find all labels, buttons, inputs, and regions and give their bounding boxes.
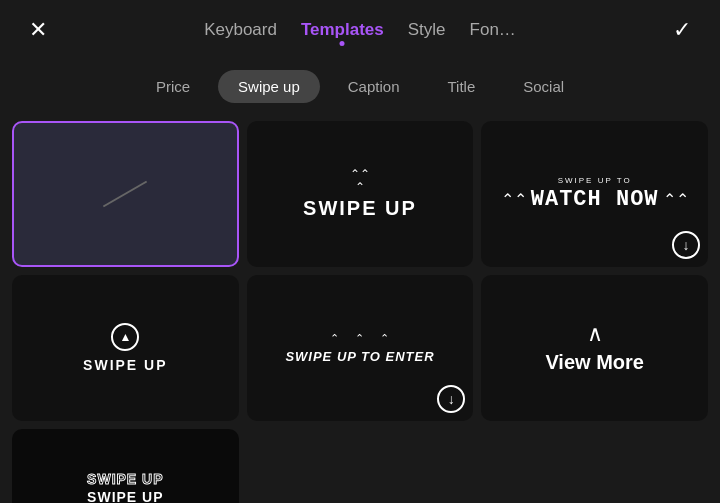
watch-now-main: ⌃⌃ WATCH NOW ⌃⌃ [501, 187, 689, 212]
view-more-label: View More [545, 351, 644, 374]
template-swipe-bold[interactable]: ⌃⌃ ⌃ SWIPE UP [247, 121, 474, 267]
watch-left-arrows: ⌃⌃ [501, 190, 527, 209]
tab-price[interactable]: Price [136, 70, 210, 103]
category-tabs: Price Swipe up Caption Title Social [0, 60, 720, 113]
download-badge[interactable]: ↓ [672, 231, 700, 259]
check-icon: ✓ [673, 17, 691, 43]
swipe-circle-label: SWIPE UP [83, 357, 167, 373]
nav-item-font[interactable]: Fon… [470, 20, 516, 40]
template-view-more[interactable]: ∧ View More [481, 275, 708, 421]
template-grid: ⌃⌃ ⌃ SWIPE UP SWIPE UP TO ⌃⌃ WATCH NOW ⌃… [0, 113, 720, 503]
close-button[interactable]: ✕ [20, 12, 56, 48]
stacked-line-1: SWIPE UP [87, 470, 163, 488]
nav-item-style[interactable]: Style [408, 20, 446, 40]
nav-item-templates[interactable]: Templates [301, 20, 384, 40]
template-empty[interactable] [12, 121, 239, 267]
watch-now-sub: SWIPE UP TO [558, 176, 632, 185]
close-icon: ✕ [29, 17, 47, 43]
tab-social[interactable]: Social [503, 70, 584, 103]
nav-item-keyboard[interactable]: Keyboard [204, 20, 277, 40]
watch-right-arrows: ⌃⌃ [663, 190, 689, 209]
swipe-enter-label: SWIPE UP TO ENTER [285, 349, 434, 364]
swipe-bold-label: SWIPE UP [303, 197, 417, 220]
template-swipe-stacked[interactable]: SWIPE UP SWIPE UP SWIPE UP TO BUY NOW [12, 429, 239, 503]
template-swipe-circle[interactable]: ▲ SWIPE UP [12, 275, 239, 421]
tab-swipe-up[interactable]: Swipe up [218, 70, 320, 103]
swipe-enter-download-badge[interactable]: ↓ [437, 385, 465, 413]
chevrons-icon: ⌃⌃ ⌃ [350, 168, 370, 193]
swipe-enter-arrows: ⌃ ⌃ ⌃ [330, 332, 389, 345]
empty-line [103, 181, 147, 208]
template-swipe-enter[interactable]: ⌃ ⌃ ⌃ SWIPE UP TO ENTER ↓ [247, 275, 474, 421]
circle-up-icon: ▲ [111, 323, 139, 351]
watch-now-label: WATCH NOW [531, 187, 659, 212]
confirm-button[interactable]: ✓ [664, 12, 700, 48]
caret-up-icon: ∧ [587, 323, 603, 345]
top-nav: ✕ Keyboard Templates Style Fon… ✓ [0, 0, 720, 60]
stacked-line-2: SWIPE UP [87, 488, 163, 503]
template-watch-now[interactable]: SWIPE UP TO ⌃⌃ WATCH NOW ⌃⌃ ↓ [481, 121, 708, 267]
tab-caption[interactable]: Caption [328, 70, 420, 103]
tab-title[interactable]: Title [427, 70, 495, 103]
nav-items: Keyboard Templates Style Fon… [56, 20, 664, 40]
